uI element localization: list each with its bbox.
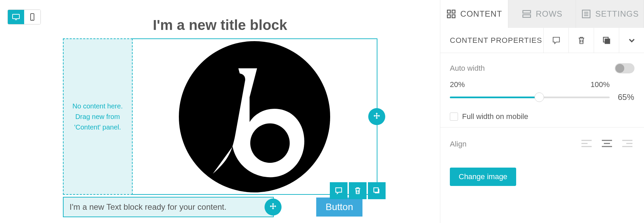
svg-rect-7 [447, 10, 451, 13]
auto-width-label: Auto width [450, 64, 615, 73]
settings-icon [581, 9, 591, 19]
align-right-button[interactable] [620, 138, 634, 151]
toggle-knob [615, 64, 624, 73]
tab-content-label: CONTENT [460, 9, 502, 19]
tab-content[interactable]: CONTENT [440, 0, 508, 28]
text-block-content: I'm a new Text block ready for your cont… [70, 202, 227, 211]
trash-icon [577, 36, 586, 45]
content-row[interactable]: No content here. Drag new from 'Content'… [63, 38, 377, 195]
move-icon [268, 202, 278, 212]
text-row: I'm a new Text block ready for your cont… [63, 197, 377, 217]
comment-icon [334, 186, 343, 195]
text-block[interactable]: I'm a new Text block ready for your cont… [63, 197, 274, 217]
tab-rows[interactable]: ROWS [508, 0, 576, 28]
align-center-button[interactable] [600, 138, 614, 151]
move-text-handle[interactable] [265, 199, 282, 216]
slider-max-label: 100% [591, 80, 610, 89]
move-block-handle[interactable] [368, 108, 385, 125]
align-right-icon [622, 139, 633, 148]
change-image-button[interactable]: Change image [450, 168, 516, 186]
panel-tabs: CONTENT ROWS SETTINGS [440, 0, 644, 28]
align-left-button[interactable] [579, 138, 594, 151]
section-title: CONTENT PROPERTIES [440, 36, 543, 45]
duplicate-icon [372, 186, 381, 195]
duplicate-icon [602, 36, 611, 45]
viewport-toggle [7, 10, 41, 24]
logo-letter-b-icon [179, 41, 330, 192]
move-icon [372, 112, 382, 121]
auto-width-toggle[interactable] [615, 63, 634, 73]
svg-rect-0 [13, 14, 19, 19]
button-block[interactable]: Button [316, 198, 363, 217]
grid-icon [446, 9, 456, 19]
canvas: I'm a new title block No content here. D… [0, 0, 440, 223]
logo-image [179, 41, 330, 192]
svg-point-4 [250, 123, 290, 163]
divider [440, 127, 644, 127]
header-comment-button[interactable] [543, 28, 569, 53]
svg-rect-9 [447, 15, 451, 18]
button-block-wrap: Button [316, 198, 363, 217]
width-slider-row: 20% 100% 65% [450, 80, 634, 102]
mobile-icon [28, 13, 36, 21]
mobile-view-button[interactable] [24, 10, 40, 24]
align-left-icon [581, 139, 592, 148]
comment-icon [552, 36, 561, 45]
slider-thumb[interactable] [535, 92, 544, 102]
rows-icon [522, 9, 532, 19]
trash-icon [353, 186, 362, 195]
width-slider[interactable] [450, 97, 610, 98]
comment-button[interactable] [330, 182, 348, 199]
desktop-icon [12, 13, 20, 21]
dropzone-text: No content here. Drag new from 'Content'… [70, 101, 125, 133]
tab-settings-label: SETTINGS [595, 9, 639, 19]
empty-content-dropzone[interactable]: No content here. Drag new from 'Content'… [63, 38, 133, 195]
chevron-down-icon [627, 36, 637, 45]
slider-range-labels: 20% 100% [450, 80, 610, 89]
block-toolbar [328, 182, 386, 199]
align-center-icon [601, 139, 613, 148]
header-duplicate-button[interactable] [594, 28, 619, 53]
delete-button[interactable] [349, 182, 367, 199]
svg-point-3 [32, 19, 33, 20]
section-header: CONTENT PROPERTIES [440, 28, 644, 53]
svg-rect-11 [523, 11, 530, 13]
svg-rect-1 [15, 19, 17, 20]
svg-rect-6 [374, 188, 378, 192]
svg-rect-8 [452, 10, 455, 13]
slider-min-label: 20% [450, 80, 465, 89]
panel-body: Auto width 20% 100% 65% Full width on mo… [440, 53, 644, 196]
slider-fill [450, 97, 539, 98]
tab-settings[interactable]: SETTINGS [576, 0, 644, 28]
align-label: Align [450, 140, 579, 149]
image-block[interactable] [133, 38, 377, 195]
header-collapse-button[interactable] [619, 28, 644, 53]
tab-rows-label: ROWS [536, 9, 563, 19]
svg-rect-12 [523, 15, 530, 18]
svg-rect-17 [605, 39, 610, 44]
align-row: Align [450, 138, 634, 151]
desktop-view-button[interactable] [8, 10, 24, 24]
svg-rect-10 [452, 15, 455, 18]
properties-panel: CONTENT ROWS SETTINGS CONTENT PROPERTIES… [440, 0, 644, 223]
align-buttons [579, 138, 634, 151]
full-width-mobile-label: Full width on mobile [462, 112, 528, 121]
slider-value: 65% [618, 92, 634, 102]
auto-width-row: Auto width [450, 63, 634, 73]
full-width-mobile-checkbox[interactable] [450, 113, 458, 121]
full-width-mobile-row: Full width on mobile [450, 112, 634, 121]
title-block[interactable]: I'm a new title block [7, 17, 433, 33]
header-delete-button[interactable] [569, 28, 594, 53]
duplicate-button[interactable] [368, 182, 386, 199]
